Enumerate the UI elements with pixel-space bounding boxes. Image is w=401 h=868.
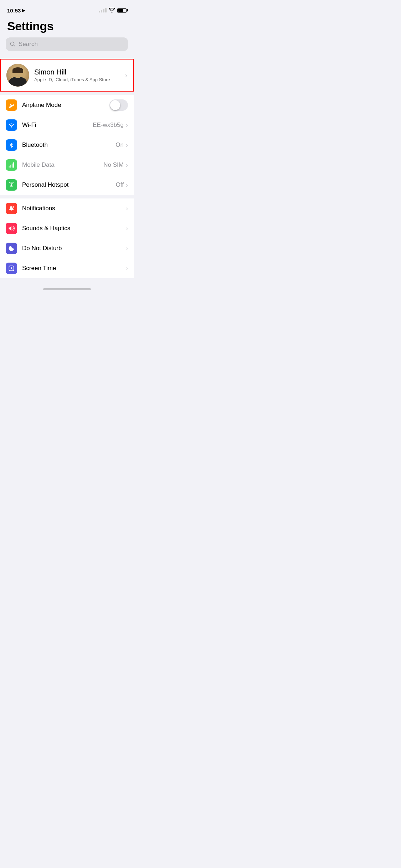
- screentime-icon-svg: [8, 265, 15, 272]
- search-placeholder: Search: [19, 41, 38, 48]
- dnd-icon-svg: [8, 245, 15, 252]
- gap-1: [0, 55, 134, 59]
- svg-rect-2: [9, 166, 10, 168]
- screentime-icon: [6, 263, 17, 274]
- home-bar: [43, 288, 91, 290]
- search-container: Search: [0, 36, 134, 55]
- mobile-data-label: Mobile Data: [22, 161, 103, 169]
- avatar: [6, 64, 29, 87]
- time-display: 10:53: [7, 7, 21, 14]
- mobile-data-icon: [6, 159, 17, 171]
- sounds-chevron: ›: [126, 225, 128, 232]
- svg-point-6: [11, 183, 12, 185]
- sounds-icon: [6, 223, 17, 234]
- status-bar: 10:53 ▶: [0, 0, 134, 16]
- bottom-spacer: [0, 278, 134, 285]
- svg-rect-4: [12, 164, 13, 168]
- svg-point-11: [11, 268, 12, 269]
- svg-rect-5: [13, 162, 14, 168]
- signal-icon: [99, 8, 107, 12]
- page-title-container: Settings: [0, 16, 134, 36]
- bluetooth-row[interactable]: Bluetooth On ›: [0, 135, 134, 155]
- profile-name: Simon Hill: [34, 68, 125, 76]
- airplane-mode-toggle[interactable]: [109, 99, 128, 111]
- dnd-label: Do Not Disturb: [22, 245, 126, 252]
- dnd-icon: [6, 243, 17, 254]
- svg-point-1: [11, 126, 12, 127]
- wifi-row-icon: [6, 119, 17, 131]
- wifi-label: Wi-Fi: [22, 122, 93, 129]
- connectivity-section: Airplane Mode Wi-Fi EE-wx3b5g › Bluetoot…: [0, 95, 134, 195]
- screentime-row[interactable]: Screen Time ›: [0, 258, 134, 278]
- notifications-label: Notifications: [22, 205, 126, 212]
- notifications-icon: [6, 203, 17, 214]
- hotspot-value: Off: [116, 181, 124, 188]
- wifi-value: EE-wx3b5g: [93, 122, 124, 129]
- wifi-status-icon: [109, 8, 115, 13]
- bluetooth-chevron: ›: [126, 141, 128, 149]
- svg-point-8: [11, 210, 12, 211]
- svg-rect-3: [10, 165, 11, 167]
- mobile-data-row[interactable]: Mobile Data No SIM ›: [0, 155, 134, 175]
- dnd-chevron: ›: [126, 245, 128, 252]
- sounds-label: Sounds & Haptics: [22, 225, 126, 232]
- airplane-mode-label: Airplane Mode: [22, 102, 109, 109]
- status-icons: [99, 8, 127, 13]
- avatar-hair: [12, 67, 23, 73]
- bluetooth-label: Bluetooth: [22, 141, 115, 149]
- wifi-chevron: ›: [126, 122, 128, 129]
- status-time: 10:53 ▶: [7, 7, 25, 14]
- notifications-row[interactable]: Notifications ›: [0, 198, 134, 218]
- sounds-row[interactable]: Sounds & Haptics ›: [0, 218, 134, 238]
- battery-fill: [118, 9, 124, 12]
- mobile-data-chevron: ›: [126, 161, 128, 169]
- bluetooth-icon: [8, 141, 15, 149]
- cellular-icon: [8, 161, 15, 169]
- location-icon: ▶: [22, 8, 25, 13]
- gap-2: [0, 92, 134, 95]
- profile-chevron: ›: [125, 72, 127, 79]
- sounds-icon-svg: [8, 225, 15, 232]
- profile-info: Simon Hill Apple ID, iCloud, iTunes & Ap…: [29, 68, 125, 82]
- airplane-mode-icon: [6, 99, 17, 111]
- hotspot-label: Personal Hotspot: [22, 181, 116, 188]
- hotspot-row[interactable]: Personal Hotspot Off ›: [0, 175, 134, 195]
- screentime-chevron: ›: [126, 265, 128, 272]
- svg-point-9: [12, 206, 14, 208]
- system-section: Notifications › Sounds & Haptics › Do No…: [0, 198, 134, 278]
- wifi-row[interactable]: Wi-Fi EE-wx3b5g ›: [0, 115, 134, 135]
- hotspot-icon: [6, 179, 17, 191]
- battery-icon: [117, 8, 127, 13]
- screentime-label: Screen Time: [22, 265, 126, 272]
- dnd-row[interactable]: Do Not Disturb ›: [0, 238, 134, 258]
- search-icon: [10, 41, 16, 47]
- gap-3: [0, 195, 134, 198]
- mobile-data-value: No SIM: [103, 161, 124, 169]
- profile-subtitle: Apple ID, iCloud, iTunes & App Store: [34, 77, 125, 82]
- hotspot-icon-svg: [8, 181, 15, 188]
- home-indicator: [0, 285, 134, 292]
- hotspot-chevron: ›: [126, 181, 128, 189]
- search-bar[interactable]: Search: [6, 37, 128, 51]
- notifications-chevron: ›: [126, 205, 128, 212]
- notifications-icon-svg: [8, 205, 15, 212]
- airplane-icon: [8, 102, 15, 109]
- airplane-mode-row[interactable]: Airplane Mode: [0, 95, 134, 115]
- bluetooth-row-icon: [6, 139, 17, 151]
- bluetooth-value: On: [115, 141, 124, 149]
- toggle-knob: [110, 100, 120, 110]
- profile-row[interactable]: Simon Hill Apple ID, iCloud, iTunes & Ap…: [0, 59, 134, 92]
- wifi-icon: [8, 122, 15, 129]
- page-title: Settings: [7, 19, 127, 33]
